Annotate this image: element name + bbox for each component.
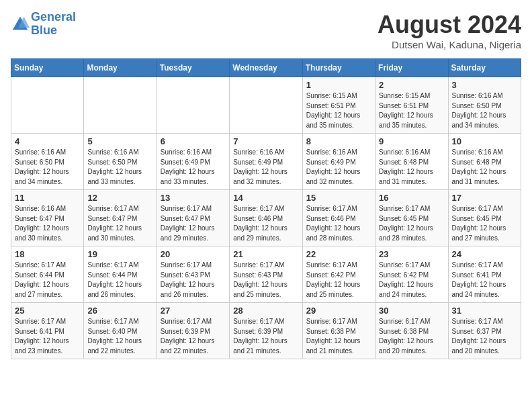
day-info: Sunrise: 6:17 AM Sunset: 6:45 PM Dayligh…	[452, 204, 517, 243]
calendar-table: SundayMondayTuesdayWednesdayThursdayFrid…	[11, 58, 521, 359]
day-number: 2	[379, 80, 444, 90]
calendar-cell: 18Sunrise: 6:17 AM Sunset: 6:44 PM Dayli…	[11, 246, 84, 303]
day-number: 17	[452, 193, 517, 203]
location: Dutsen Wai, Kaduna, Nigeria	[378, 39, 521, 50]
logo-line2: Blue	[31, 24, 76, 38]
day-info: Sunrise: 6:17 AM Sunset: 6:38 PM Dayligh…	[379, 317, 444, 356]
calendar-cell: 15Sunrise: 6:17 AM Sunset: 6:46 PM Dayli…	[302, 190, 375, 246]
day-info: Sunrise: 6:17 AM Sunset: 6:39 PM Dayligh…	[233, 317, 298, 356]
day-info: Sunrise: 6:16 AM Sunset: 6:50 PM Dayligh…	[87, 148, 152, 187]
day-number: 27	[161, 306, 226, 316]
day-info: Sunrise: 6:17 AM Sunset: 6:47 PM Dayligh…	[161, 204, 226, 243]
week-row-2: 4Sunrise: 6:16 AM Sunset: 6:50 PM Daylig…	[11, 134, 521, 190]
day-header-sunday: Sunday	[11, 59, 84, 77]
day-info: Sunrise: 6:16 AM Sunset: 6:48 PM Dayligh…	[452, 148, 517, 187]
day-header-saturday: Saturday	[448, 59, 521, 77]
day-number: 31	[452, 306, 517, 316]
calendar-cell: 5Sunrise: 6:16 AM Sunset: 6:50 PM Daylig…	[84, 134, 157, 190]
day-info: Sunrise: 6:16 AM Sunset: 6:47 PM Dayligh…	[15, 204, 80, 243]
day-info: Sunrise: 6:16 AM Sunset: 6:50 PM Dayligh…	[15, 148, 80, 187]
calendar-cell: 24Sunrise: 6:17 AM Sunset: 6:41 PM Dayli…	[448, 246, 521, 303]
calendar-cell	[157, 77, 229, 134]
calendar-cell: 30Sunrise: 6:17 AM Sunset: 6:38 PM Dayli…	[375, 303, 448, 359]
week-row-3: 11Sunrise: 6:16 AM Sunset: 6:47 PM Dayli…	[11, 190, 521, 246]
day-info: Sunrise: 6:17 AM Sunset: 6:41 PM Dayligh…	[452, 261, 517, 300]
day-number: 13	[161, 193, 226, 203]
title-block: August 2024 Dutsen Wai, Kaduna, Nigeria	[378, 11, 521, 50]
day-number: 19	[87, 249, 152, 259]
day-header-friday: Friday	[375, 59, 448, 77]
day-header-wednesday: Wednesday	[230, 59, 302, 77]
calendar-cell: 3Sunrise: 6:16 AM Sunset: 6:50 PM Daylig…	[448, 77, 521, 134]
calendar-cell: 13Sunrise: 6:17 AM Sunset: 6:47 PM Dayli…	[157, 190, 229, 246]
day-info: Sunrise: 6:17 AM Sunset: 6:46 PM Dayligh…	[306, 204, 371, 243]
calendar-cell: 20Sunrise: 6:17 AM Sunset: 6:43 PM Dayli…	[157, 246, 229, 303]
calendar-cell: 16Sunrise: 6:17 AM Sunset: 6:45 PM Dayli…	[375, 190, 448, 246]
day-info: Sunrise: 6:17 AM Sunset: 6:45 PM Dayligh…	[379, 204, 444, 243]
day-number: 4	[15, 136, 80, 146]
day-info: Sunrise: 6:16 AM Sunset: 6:48 PM Dayligh…	[379, 148, 444, 187]
day-number: 15	[306, 193, 371, 203]
day-info: Sunrise: 6:16 AM Sunset: 6:49 PM Dayligh…	[161, 148, 226, 187]
calendar-cell: 29Sunrise: 6:17 AM Sunset: 6:38 PM Dayli…	[302, 303, 375, 359]
calendar-cell: 21Sunrise: 6:17 AM Sunset: 6:43 PM Dayli…	[230, 246, 302, 303]
day-number: 12	[87, 193, 152, 203]
calendar-cell: 10Sunrise: 6:16 AM Sunset: 6:48 PM Dayli…	[448, 134, 521, 190]
day-info: Sunrise: 6:17 AM Sunset: 6:46 PM Dayligh…	[233, 204, 298, 243]
day-number: 9	[379, 136, 444, 146]
calendar-cell: 23Sunrise: 6:17 AM Sunset: 6:42 PM Dayli…	[375, 246, 448, 303]
day-info: Sunrise: 6:17 AM Sunset: 6:42 PM Dayligh…	[306, 261, 371, 300]
day-info: Sunrise: 6:17 AM Sunset: 6:44 PM Dayligh…	[87, 261, 152, 300]
day-number: 6	[161, 136, 226, 146]
day-info: Sunrise: 6:17 AM Sunset: 6:41 PM Dayligh…	[15, 317, 80, 356]
day-number: 7	[233, 136, 298, 146]
day-info: Sunrise: 6:17 AM Sunset: 6:44 PM Dayligh…	[15, 261, 80, 300]
day-header-monday: Monday	[84, 59, 157, 77]
day-number: 29	[306, 306, 371, 316]
day-info: Sunrise: 6:16 AM Sunset: 6:49 PM Dayligh…	[306, 148, 371, 187]
month-title: August 2024	[378, 11, 521, 39]
day-number: 18	[15, 249, 80, 259]
day-number: 16	[379, 193, 444, 203]
day-info: Sunrise: 6:17 AM Sunset: 6:37 PM Dayligh…	[452, 317, 517, 356]
day-header-thursday: Thursday	[302, 59, 375, 77]
calendar-cell: 7Sunrise: 6:16 AM Sunset: 6:49 PM Daylig…	[230, 134, 302, 190]
day-number: 30	[379, 306, 444, 316]
calendar-cell	[230, 77, 302, 134]
calendar-cell: 26Sunrise: 6:17 AM Sunset: 6:40 PM Dayli…	[84, 303, 157, 359]
calendar-cell: 8Sunrise: 6:16 AM Sunset: 6:49 PM Daylig…	[302, 134, 375, 190]
day-number: 10	[452, 136, 517, 146]
day-number: 20	[161, 249, 226, 259]
day-info: Sunrise: 6:17 AM Sunset: 6:47 PM Dayligh…	[87, 204, 152, 243]
calendar-cell: 12Sunrise: 6:17 AM Sunset: 6:47 PM Dayli…	[84, 190, 157, 246]
logo-line1: General	[31, 11, 76, 24]
day-number: 1	[306, 80, 371, 90]
day-info: Sunrise: 6:16 AM Sunset: 6:50 PM Dayligh…	[452, 91, 517, 130]
week-row-4: 18Sunrise: 6:17 AM Sunset: 6:44 PM Dayli…	[11, 246, 521, 303]
day-number: 22	[306, 249, 371, 259]
day-info: Sunrise: 6:16 AM Sunset: 6:49 PM Dayligh…	[233, 148, 298, 187]
day-number: 24	[452, 249, 517, 259]
calendar-cell: 11Sunrise: 6:16 AM Sunset: 6:47 PM Dayli…	[11, 190, 84, 246]
day-info: Sunrise: 6:17 AM Sunset: 6:42 PM Dayligh…	[379, 261, 444, 300]
calendar-cell: 14Sunrise: 6:17 AM Sunset: 6:46 PM Dayli…	[230, 190, 302, 246]
calendar-cell	[84, 77, 157, 134]
day-number: 3	[452, 80, 517, 90]
calendar-cell: 17Sunrise: 6:17 AM Sunset: 6:45 PM Dayli…	[448, 190, 521, 246]
day-number: 25	[15, 306, 80, 316]
logo-icon	[11, 15, 30, 34]
week-row-5: 25Sunrise: 6:17 AM Sunset: 6:41 PM Dayli…	[11, 303, 521, 359]
day-number: 5	[87, 136, 152, 146]
calendar-cell: 2Sunrise: 6:15 AM Sunset: 6:51 PM Daylig…	[375, 77, 448, 134]
day-number: 26	[87, 306, 152, 316]
week-row-1: 1Sunrise: 6:15 AM Sunset: 6:51 PM Daylig…	[11, 77, 521, 134]
day-info: Sunrise: 6:17 AM Sunset: 6:39 PM Dayligh…	[161, 317, 226, 356]
day-number: 28	[233, 306, 298, 316]
day-number: 8	[306, 136, 371, 146]
calendar-cell: 1Sunrise: 6:15 AM Sunset: 6:51 PM Daylig…	[302, 77, 375, 134]
day-info: Sunrise: 6:15 AM Sunset: 6:51 PM Dayligh…	[379, 91, 444, 130]
day-header-tuesday: Tuesday	[157, 59, 229, 77]
calendar-cell: 27Sunrise: 6:17 AM Sunset: 6:39 PM Dayli…	[157, 303, 229, 359]
calendar-cell: 9Sunrise: 6:16 AM Sunset: 6:48 PM Daylig…	[375, 134, 448, 190]
day-info: Sunrise: 6:17 AM Sunset: 6:43 PM Dayligh…	[233, 261, 298, 300]
